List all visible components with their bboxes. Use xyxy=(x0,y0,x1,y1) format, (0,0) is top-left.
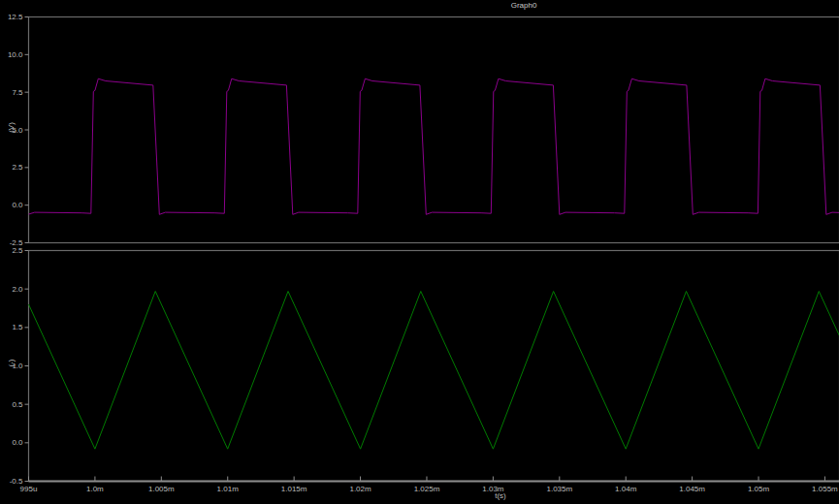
y-tick-label: 0.0 xyxy=(12,201,23,209)
x-tick-label: 1.04m xyxy=(615,485,637,493)
x-tick-label: 995u xyxy=(20,485,38,493)
x-tick-label: 1.005m xyxy=(148,485,175,493)
x-tick-label: 1.035m xyxy=(546,485,572,493)
y-tick-label: 5.0 xyxy=(12,126,23,135)
plot-frame xyxy=(29,17,839,243)
x-tick-label: 1.05m xyxy=(748,485,770,493)
y-tick-label: 2.5 xyxy=(12,246,23,255)
x-tick-label: 1.025m xyxy=(414,485,440,493)
plots-canvas: 12.510.07.55.02.50.0-2.52.52.01.51.00.50… xyxy=(0,0,839,504)
x-tick-label: 1.015m xyxy=(281,485,307,493)
y-tick-label: 1.0 xyxy=(12,362,23,370)
y-tick-label: 2.0 xyxy=(12,285,23,294)
y-tick-label: 7.5 xyxy=(12,88,23,97)
x-tick-label: 1.02m xyxy=(349,485,371,493)
y-tick-label: 10.0 xyxy=(8,50,23,59)
x-tick-label: 1.03m xyxy=(482,485,504,493)
plot-frame xyxy=(29,251,839,482)
x-tick-label: 1.045m xyxy=(679,485,705,493)
y-tick-label: 1.5 xyxy=(12,323,23,331)
y-tick-label: 0.5 xyxy=(12,400,23,409)
y-tick-label: 12.5 xyxy=(8,13,23,21)
x-tick-label: 1.01m xyxy=(217,485,240,493)
waveform-viewer-window: Graph0 (V) (-) t(s) 12.510.07.55.02.50.0… xyxy=(0,0,839,504)
x-tick-label: 1.055m xyxy=(812,485,838,493)
square-wave-trace xyxy=(29,79,839,214)
y-tick-label: 2.5 xyxy=(12,163,23,172)
y-tick-label: 0.0 xyxy=(12,438,23,447)
x-tick-label: 1.0m xyxy=(86,485,104,493)
triangle-wave-trace xyxy=(29,292,839,450)
